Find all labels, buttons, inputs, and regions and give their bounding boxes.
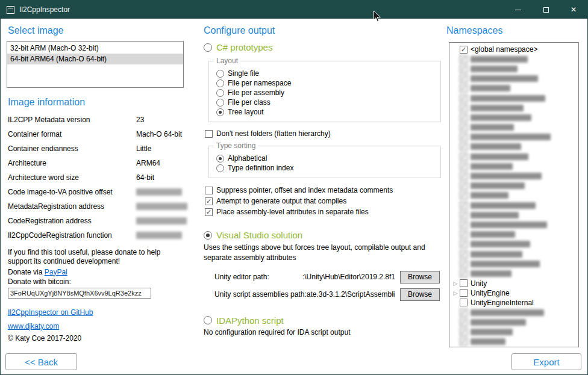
visual-studio-radio[interactable]: Visual Studio solution <box>204 230 443 240</box>
namespace-item[interactable]: ✓ <box>451 132 577 142</box>
namespace-checkbox[interactable]: ✓ <box>460 202 468 209</box>
namespace-item[interactable]: ✓ <box>451 268 577 278</box>
namespace-checkbox[interactable]: ✓ <box>460 250 468 258</box>
namespace-item[interactable]: ✓ <box>451 74 577 84</box>
info-label: CodeRegistration address <box>8 217 136 225</box>
namespace-item[interactable]: ✓ <box>451 171 577 181</box>
namespace-item[interactable]: ✓ <box>451 93 577 103</box>
radio-option[interactable]: File per namespace <box>216 78 440 88</box>
namespace-item[interactable]: ✓ <box>451 210 577 220</box>
browse-editor-path-button[interactable]: Browse <box>400 271 440 284</box>
minimize-button[interactable] <box>504 1 532 19</box>
expander-icon[interactable]: ▷ <box>451 280 460 287</box>
namespace-checkbox[interactable]: ✓ <box>460 211 468 219</box>
namespace-checkbox[interactable]: ✓ <box>460 104 468 112</box>
namespace-checkbox[interactable]: ✓ <box>460 328 468 336</box>
namespace-checkbox[interactable]: ✓ <box>460 318 468 326</box>
namespace-item[interactable]: UnityEngineInternal <box>451 298 577 308</box>
checkbox-option[interactable]: ✓Attempt to generate output that compile… <box>205 196 443 206</box>
namespace-checkbox[interactable]: ✓ <box>460 309 468 317</box>
namespace-checkbox[interactable]: ✓ <box>460 182 468 190</box>
namespace-item[interactable]: ✓ <box>451 103 577 113</box>
namespace-checkbox[interactable]: ✓ <box>460 231 468 238</box>
namespace-item[interactable]: ▷UnityEngine <box>451 288 577 298</box>
radio-option[interactable]: Type definition index <box>216 163 440 173</box>
close-button[interactable]: ✕ <box>560 1 587 19</box>
namespace-item[interactable]: ✓ <box>451 220 577 229</box>
namespace-item[interactable]: ✓ <box>451 240 577 249</box>
namespace-item[interactable]: ✓ <box>451 161 577 171</box>
namespace-checkbox[interactable] <box>460 279 468 287</box>
namespace-item[interactable]: ✓ <box>451 181 577 191</box>
checkbox-option[interactable]: Suppress pointer, offset and index metad… <box>205 185 443 195</box>
namespace-item[interactable]: ✓ <box>451 84 577 93</box>
namespace-item[interactable]: ✓<global namespace> <box>451 45 577 54</box>
namespace-item[interactable]: ✓ <box>451 64 577 73</box>
paypal-link[interactable]: PayPal <box>45 268 67 276</box>
namespace-checkbox[interactable]: ✓ <box>460 84 468 92</box>
namespace-checkbox[interactable]: ✓ <box>460 240 468 248</box>
radio-option[interactable]: Alphabetical <box>216 153 440 163</box>
namespace-checkbox[interactable]: ✓ <box>460 221 468 229</box>
idapython-radio[interactable]: IDAPython script <box>204 315 443 326</box>
namespace-checkbox[interactable]: ✓ <box>460 95 468 102</box>
checkbox-option[interactable]: ✓Place assembly-level attributes in sepa… <box>205 207 443 217</box>
radio-option[interactable]: File per class <box>216 98 440 107</box>
namespace-item[interactable]: ✓ <box>451 317 577 327</box>
browse-script-path-button[interactable]: Browse <box>400 288 440 301</box>
listbox-item[interactable]: 32-bit ARM (Mach-O 32-bit) <box>7 43 183 54</box>
donate-paypal-line: Donate via PayPal <box>8 268 185 276</box>
namespace-item[interactable]: ✓ <box>451 327 577 336</box>
export-button[interactable]: Export <box>511 353 581 370</box>
namespace-checkbox[interactable]: ✓ <box>460 163 468 170</box>
redacted-namespace-label <box>471 163 513 170</box>
unity-script-path-value[interactable]: ate.3d-3.1.2\ScriptAssemblies <box>307 290 395 299</box>
namespace-checkbox[interactable]: ✓ <box>460 172 468 180</box>
website-link[interactable]: www.djkaty.com <box>8 322 59 330</box>
namespace-checkbox[interactable]: ✓ <box>460 153 468 161</box>
namespace-item[interactable]: ✓ <box>451 113 577 122</box>
namespace-item[interactable]: ✓ <box>451 54 577 64</box>
csharp-prototypes-radio[interactable]: C# prototypes <box>204 42 443 52</box>
namespace-item[interactable]: ✓ <box>451 308 577 317</box>
radio-option[interactable]: File per assembly <box>216 88 440 98</box>
flatten-checkbox[interactable]: Don't nest folders (flatten hierarchy) <box>205 129 443 138</box>
namespace-item[interactable]: ✓ <box>451 123 577 132</box>
namespace-item[interactable]: ✓ <box>451 259 577 268</box>
namespace-item[interactable]: ✓ <box>451 200 577 210</box>
namespace-checkbox[interactable]: ✓ <box>460 143 468 150</box>
namespace-checkbox[interactable]: ✓ <box>460 133 468 141</box>
namespace-checkbox[interactable]: ✓ <box>460 260 468 268</box>
image-info-table: IL2CPP Metadata version23Container forma… <box>5 113 187 243</box>
namespace-checkbox[interactable]: ✓ <box>460 75 468 82</box>
namespace-checkbox[interactable]: ✓ <box>460 191 468 199</box>
namespace-item[interactable]: ▷Unity <box>451 279 577 288</box>
namespaces-list[interactable]: ✓<global namespace>✓✓✓✓✓✓✓✓✓✓✓✓✓✓✓✓✓✓✓✓✓… <box>449 42 579 347</box>
namespace-item[interactable]: ✓ <box>451 142 577 152</box>
namespace-checkbox[interactable]: ✓ <box>460 270 468 277</box>
bitcoin-address-input[interactable] <box>8 288 151 299</box>
namespace-checkbox[interactable]: ✓ <box>460 46 468 54</box>
namespace-item[interactable]: ✓ <box>451 249 577 259</box>
radio-option[interactable]: Single file <box>216 69 440 78</box>
namespace-checkbox[interactable]: ✓ <box>460 338 468 346</box>
back-button[interactable]: << Back <box>5 353 77 370</box>
namespace-checkbox[interactable]: ✓ <box>460 55 468 63</box>
github-link[interactable]: Il2CppInspector on GitHub <box>8 308 93 317</box>
image-listbox[interactable]: 32-bit ARM (Mach-O 32-bit)64-bit ARM64 (… <box>7 41 184 88</box>
namespace-checkbox[interactable] <box>460 299 468 306</box>
redacted-namespace-label <box>471 56 528 63</box>
unity-editor-path-value[interactable]: :\Unity\Hub\Editor\2019.2.8f1 <box>269 273 395 281</box>
namespace-checkbox[interactable]: ✓ <box>460 65 468 73</box>
namespace-item[interactable]: ✓ <box>451 152 577 161</box>
namespace-checkbox[interactable] <box>460 289 468 297</box>
namespace-checkbox[interactable]: ✓ <box>460 114 468 122</box>
namespace-checkbox[interactable]: ✓ <box>460 123 468 131</box>
maximize-button[interactable] <box>532 1 560 19</box>
namespace-item[interactable]: ✓ <box>451 337 577 347</box>
expander-icon[interactable]: ▷ <box>451 290 460 296</box>
namespace-item[interactable]: ✓ <box>451 230 577 240</box>
namespace-item[interactable]: ✓ <box>451 191 577 200</box>
radio-option[interactable]: Tree layout <box>216 107 440 117</box>
listbox-item[interactable]: 64-bit ARM64 (Mach-O 64-bit) <box>7 54 183 64</box>
